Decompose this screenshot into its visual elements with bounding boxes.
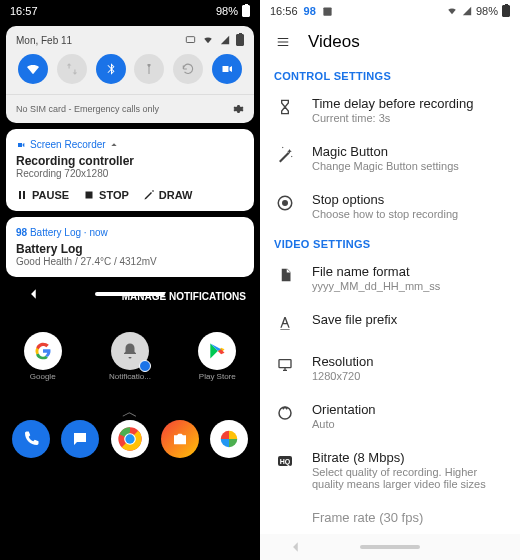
notif-app-name: Screen Recorder (30, 139, 106, 150)
setting-magic-button[interactable]: Magic ButtonChange Magic Button settings (260, 134, 520, 182)
svg-point-5 (125, 434, 134, 443)
battery-icon (242, 5, 250, 17)
pencil-icon (143, 189, 155, 201)
notif-app-name: Battery Log · now (30, 227, 108, 238)
notif-subtitle: Recording 720x1280 (16, 168, 244, 179)
dock-chrome[interactable] (111, 420, 149, 458)
appbar-title: Videos (308, 32, 360, 52)
nav-home-pill[interactable] (360, 545, 420, 549)
qs-rotate[interactable] (173, 54, 203, 84)
svg-point-9 (283, 201, 288, 206)
signal-icon (462, 6, 472, 16)
stop-button[interactable]: STOP (83, 189, 129, 201)
shade-date: Mon, Feb 11 (16, 35, 72, 46)
draw-button[interactable]: DRAW (143, 189, 193, 201)
hamburger-icon[interactable] (274, 35, 292, 49)
section-video: VIDEO SETTINGS (260, 230, 520, 254)
section-control: CONTROL SETTINGS (260, 62, 520, 86)
phone-left: 16:57 98% Mon, Feb 11 No SIM card - Emer… (0, 0, 260, 560)
battery-icon (502, 5, 510, 17)
qs-bluetooth[interactable] (96, 54, 126, 84)
notif-title: Battery Log (16, 242, 244, 256)
appbar: Videos (260, 22, 520, 62)
cast-icon (185, 35, 196, 45)
setting-orientation[interactable]: OrientationAuto (260, 392, 520, 440)
svg-rect-0 (186, 37, 194, 43)
wifi-icon (202, 35, 214, 45)
stop-icon (83, 189, 95, 201)
rotate-icon (276, 404, 294, 422)
pause-icon (16, 189, 28, 201)
status-time: 16:57 (10, 5, 38, 17)
dock-phone[interactable] (12, 420, 50, 458)
setting-time-delay[interactable]: Time delay before recordingCurrent time:… (260, 86, 520, 134)
signal-icon (220, 35, 230, 45)
status-time: 16:56 (270, 5, 298, 17)
text-icon (277, 315, 293, 331)
notif-subtitle: Good Health / 27.4°C / 4312mV (16, 256, 244, 267)
monitor-icon (276, 357, 294, 373)
notification-shade: Mon, Feb 11 No SIM card - Emergency call… (6, 26, 254, 123)
qs-flashlight[interactable] (134, 54, 164, 84)
status-badge: 98 (304, 5, 316, 17)
status-battery-pct: 98% (216, 5, 238, 17)
statusbar-left: 16:57 98% (0, 0, 260, 22)
setting-prefix[interactable]: Save file prefix (260, 302, 520, 344)
navbar-right (260, 534, 520, 560)
setting-stop-options[interactable]: Stop optionsChoose how to stop recording (260, 182, 520, 230)
nav-back-icon[interactable] (27, 287, 41, 301)
wand-icon (276, 146, 294, 164)
qs-wifi[interactable] (18, 54, 48, 84)
video-icon (16, 141, 26, 149)
notif-title: Recording controller (16, 154, 244, 168)
qs-data[interactable] (57, 54, 87, 84)
file-icon (278, 266, 293, 284)
setting-filename[interactable]: File name formatyyyy_MM_dd_HH_mm_ss (260, 254, 520, 302)
status-battery-pct: 98% (476, 5, 498, 17)
app-play-store[interactable]: Play Store (198, 332, 236, 381)
gear-icon[interactable] (232, 103, 244, 115)
shade-footer-text: No SIM card - Emergency calls only (16, 104, 159, 114)
setting-bitrate[interactable]: HQ Bitrate (8 Mbps)Select quality of rec… (260, 440, 520, 500)
battery-icon (236, 34, 244, 46)
pause-button[interactable]: PAUSE (16, 189, 69, 201)
notif-screen-recorder[interactable]: Screen Recorder Recording controller Rec… (6, 129, 254, 211)
setting-resolution[interactable]: Resolution1280x720 (260, 344, 520, 392)
svg-rect-10 (279, 360, 291, 368)
hourglass-icon (277, 98, 293, 116)
hq-icon: HQ (278, 456, 292, 466)
quick-settings-row (6, 50, 254, 94)
dock-camera[interactable] (161, 420, 199, 458)
image-icon (322, 6, 333, 17)
chevron-up-icon[interactable] (110, 141, 118, 149)
app-google[interactable]: Google (24, 332, 62, 381)
dock-messages[interactable] (61, 420, 99, 458)
svg-point-11 (279, 407, 291, 419)
app-notifications[interactable]: Notificatio... (109, 332, 151, 381)
statusbar-right: 16:56 98 98% (260, 0, 520, 22)
svg-rect-1 (86, 192, 93, 199)
phone-right: 16:56 98 98% Videos CONTROL SETTINGS Tim… (260, 0, 520, 560)
dock-photos[interactable] (210, 420, 248, 458)
nav-back-icon[interactable] (289, 540, 303, 554)
wifi-icon (446, 6, 458, 16)
stop-circle-icon (276, 194, 294, 212)
svg-rect-7 (323, 7, 331, 15)
navbar-left (0, 282, 260, 306)
nav-home-pill[interactable] (95, 292, 165, 296)
notif-battery-log[interactable]: 98 Battery Log · now Battery Log Good He… (6, 217, 254, 277)
qs-record[interactable] (212, 54, 242, 84)
notif-badge: 98 (16, 227, 27, 238)
